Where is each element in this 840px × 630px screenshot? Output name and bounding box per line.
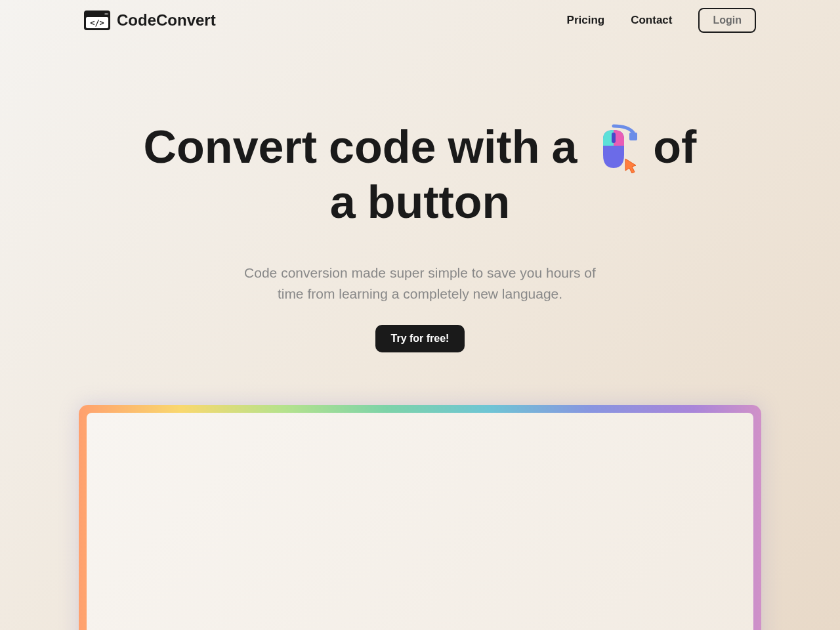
title-word: code: [329, 119, 436, 175]
preview-section: [0, 405, 840, 630]
brand-name: CodeConvert: [117, 11, 216, 30]
title-word: a: [330, 175, 356, 230]
title-word: a: [551, 119, 577, 175]
title-word: with: [448, 119, 539, 175]
header: CodeConvert Pricing Contact Login: [0, 0, 840, 41]
nav-contact[interactable]: Contact: [631, 14, 672, 27]
mouse-click-icon: [589, 121, 641, 173]
svg-rect-1: [612, 133, 616, 143]
preview-frame: [79, 405, 761, 630]
title-word: of: [653, 119, 696, 175]
title-word: button: [368, 175, 511, 230]
try-free-button[interactable]: Try for free!: [375, 325, 465, 352]
hero-section: Convert code with a of a button: [0, 41, 840, 352]
code-logo-icon: [84, 10, 110, 30]
nav: Pricing Contact Login: [567, 8, 756, 33]
hero-subtitle: Code conversion made super simple to sav…: [236, 262, 604, 304]
title-word: Convert: [144, 119, 317, 175]
nav-pricing[interactable]: Pricing: [567, 14, 605, 27]
svg-rect-0: [629, 133, 637, 140]
logo-area[interactable]: CodeConvert: [84, 10, 216, 30]
hero-title: Convert code with a of a button: [131, 119, 709, 230]
preview-inner: [87, 413, 753, 630]
login-button[interactable]: Login: [698, 8, 756, 33]
